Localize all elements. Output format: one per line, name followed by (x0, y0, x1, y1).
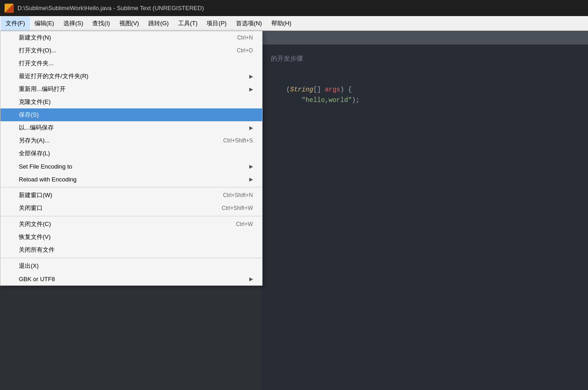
menu-item-0[interactable]: 文件(F) (1, 16, 30, 30)
dropdown-separator-12 (0, 187, 262, 187)
dropdown-separator-17 (0, 258, 262, 258)
dropdown-item-new-window[interactable]: 新建窗口(W)Ctrl+Shift+N (0, 189, 262, 202)
dropdown-item-label-set-encoding: Set File Encoding to (19, 163, 72, 170)
arrow-icon-save-encoding: ▶ (249, 125, 253, 131)
arrow-icon-recent: ▶ (249, 73, 253, 79)
menu-bar: 文件(F)编辑(E)选择(S)查找(I)视图(V)跳转(G)工具(T)项目(P)… (0, 16, 588, 31)
title-bar: D:\Sublime\SublimeWork\Hello.java - Subl… (0, 0, 588, 16)
menu-item-7[interactable]: 项目(P) (202, 16, 231, 30)
arrow-icon-reload-encoding-open: ▶ (249, 86, 253, 92)
code-blank1 (271, 64, 579, 74)
editor-graybar (262, 31, 588, 45)
dropdown-item-label-new-file: 新建文件(N) (19, 34, 51, 42)
shortcut-close-file: Ctrl+W (236, 221, 253, 227)
menu-item-4[interactable]: 视图(V) (115, 16, 144, 30)
dropdown-item-label-close-file: 关闭文件(C) (19, 220, 51, 228)
dropdown-item-save-encoding[interactable]: 以...编码保存▶ (0, 121, 262, 134)
dropdown-item-label-reload-encoding: Reload with Encoding (19, 176, 77, 183)
dropdown-item-label-save-as: 另存为(A)... (19, 136, 50, 145)
editor-area: 的开发步骤 (String[] args) { "hello,world"); (262, 31, 588, 390)
dropdown-item-save-as[interactable]: 另存为(A)...Ctrl+Shift+S (0, 134, 262, 147)
dropdown-item-label-close-all: 关闭所有文件 (19, 246, 55, 254)
dropdown-item-close-all[interactable]: 关闭所有文件 (0, 243, 262, 256)
editor-content: 的开发步骤 (String[] args) { "hello,world"); (262, 45, 588, 114)
code-line4: "hello,world"); (271, 95, 579, 105)
shortcut-new-window: Ctrl+Shift+N (223, 192, 253, 198)
menu-item-9[interactable]: 帮助(H) (267, 16, 296, 30)
dropdown-item-label-save-encoding: 以...编码保存 (19, 124, 54, 132)
window-title: D:\Sublime\SublimeWork\Hello.java - Subl… (17, 5, 204, 11)
dropdown-item-label-gbk-utf8: GBK or UTF8 (19, 276, 55, 283)
dropdown-item-gbk-utf8[interactable]: GBK or UTF8▶ (0, 272, 262, 285)
dropdown-item-reload-encoding[interactable]: Reload with Encoding▶ (0, 173, 262, 186)
dropdown-item-label-save: 保存(S) (19, 111, 39, 119)
dropdown-menu: 新建文件(N)Ctrl+N打开文件(O)...Ctrl+O打开文件夹...最近打… (0, 31, 263, 286)
dropdown-item-label-recent: 最近打开的文件/文件夹(R) (19, 72, 89, 80)
dropdown-item-save[interactable]: 保存(S) (0, 108, 262, 121)
menu-item-6[interactable]: 工具(T) (174, 16, 202, 30)
dropdown-item-label-close-window: 关闭窗口 (19, 204, 43, 212)
arrow-icon-reload-encoding: ▶ (249, 176, 253, 182)
dropdown-item-revert-file[interactable]: 恢复文件(V) (0, 231, 262, 243)
menu-item-2[interactable]: 选择(S) (59, 16, 88, 30)
dropdown-item-clone-file[interactable]: 克隆文件(E) (0, 96, 262, 108)
menu-item-8[interactable]: 首选项(N) (231, 16, 267, 30)
dropdown-item-label-open-file: 打开文件(O)... (19, 46, 56, 55)
dropdown-item-new-file[interactable]: 新建文件(N)Ctrl+N (0, 31, 262, 44)
code-line3: (String[] args) { (271, 85, 579, 95)
dropdown-item-exit[interactable]: 退出(X) (0, 260, 262, 272)
dropdown-item-label-save-all: 全部保存(L) (19, 149, 50, 158)
dropdown-item-label-reload-encoding-open: 重新用...编码打开 (19, 85, 66, 93)
dropdown-item-save-all[interactable]: 全部保存(L) (0, 147, 262, 160)
dropdown-item-reload-encoding-open[interactable]: 重新用...编码打开▶ (0, 83, 262, 96)
menu-item-1[interactable]: 编辑(E) (30, 16, 59, 30)
dropdown-item-open-folder[interactable]: 打开文件夹... (0, 57, 262, 70)
shortcut-new-file: Ctrl+N (237, 34, 253, 41)
shortcut-save-as: Ctrl+Shift+S (223, 137, 253, 144)
arrow-icon-gbk-utf8: ▶ (249, 276, 253, 282)
code-blank2 (271, 74, 579, 85)
menu-item-3[interactable]: 查找(I) (88, 16, 114, 30)
app-icon (5, 4, 14, 13)
dropdown-item-close-file[interactable]: 关闭文件(C)Ctrl+W (0, 218, 262, 231)
dropdown-item-recent[interactable]: 最近打开的文件/文件夹(R)▶ (0, 70, 262, 83)
dropdown-item-set-encoding[interactable]: Set File Encoding to▶ (0, 160, 262, 173)
dropdown-item-open-file[interactable]: 打开文件(O)...Ctrl+O (0, 44, 262, 57)
dropdown-item-label-open-folder: 打开文件夹... (19, 59, 54, 68)
shortcut-open-file: Ctrl+O (237, 47, 253, 54)
dropdown-item-label-exit: 退出(X) (19, 262, 39, 270)
menu-item-5[interactable]: 跳转(G) (144, 16, 174, 30)
dropdown-item-label-clone-file: 克隆文件(E) (19, 98, 50, 106)
arrow-icon-set-encoding: ▶ (249, 164, 253, 170)
shortcut-close-window: Ctrl+Shift+W (222, 205, 253, 211)
code-comment: 的开发步骤 (271, 54, 579, 64)
dropdown-separator-14 (0, 216, 262, 216)
dropdown-item-label-new-window: 新建窗口(W) (19, 191, 52, 199)
dropdown-item-close-window[interactable]: 关闭窗口Ctrl+Shift+W (0, 202, 262, 215)
dropdown-item-label-revert-file: 恢复文件(V) (19, 233, 50, 241)
